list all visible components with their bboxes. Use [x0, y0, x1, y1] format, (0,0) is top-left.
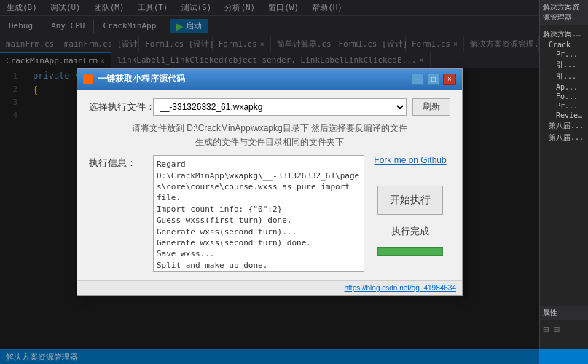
- instructions: 请将文件放到 D:\CrackMinApp\wxapkg目录下 然后选择要反编译…: [89, 122, 450, 149]
- modal-overlay: 一键获取小程序源代码 ─ □ × 选择执行文件： __-331326332_61…: [0, 0, 539, 364]
- modal-close-button[interactable]: ×: [443, 74, 456, 85]
- modal-title: 一键获取小程序源代码: [83, 73, 185, 85]
- tree-item-pr1[interactable]: Pr...: [541, 50, 587, 59]
- tree-item-crack[interactable]: Crack: [541, 40, 587, 50]
- tree-item-ap[interactable]: Ap...: [541, 82, 587, 92]
- exec-log[interactable]: [153, 155, 364, 272]
- tree-item-ref1[interactable]: 引...: [541, 59, 587, 71]
- tree-item-eighth1[interactable]: 第八届...: [541, 120, 587, 132]
- right-panel: 解决方案资源管理器 解决方案... Crack Pr... 引... 引... …: [539, 0, 588, 364]
- refresh-button[interactable]: 刷新: [412, 98, 450, 116]
- start-exec-button[interactable]: 开始执行: [377, 186, 443, 215]
- file-select[interactable]: __-331326332_61.wxapkg: [153, 98, 407, 116]
- file-label: 选择执行文件：: [89, 100, 147, 114]
- modal-body: 选择执行文件： __-331326332_61.wxapkg 刷新 请将文件放到…: [77, 90, 462, 280]
- modal-footer: https://blog.csdn.net/qq_41984634: [77, 280, 462, 295]
- properties-header: 属性: [540, 306, 588, 320]
- modal-dialog: 一键获取小程序源代码 ─ □ × 选择执行文件： __-331326332_61…: [77, 68, 463, 296]
- props-icon1: ⊞: [543, 323, 549, 335]
- tree-item-ref2[interactable]: 引...: [541, 71, 587, 82]
- instruction-line1: 请将文件放到 D:\CrackMinApp\wxapkg目录下 然后选择要反编译…: [89, 122, 450, 135]
- modal-controls: ─ □ ×: [411, 74, 456, 85]
- exec-label: 执行信息：: [89, 155, 147, 170]
- tree-item-solution[interactable]: 解决方案...: [541, 28, 587, 40]
- tree-item-pr2[interactable]: Pr...: [541, 101, 587, 111]
- modal-restore-button[interactable]: □: [427, 74, 440, 85]
- modal-title-icon: [83, 74, 93, 84]
- file-row: 选择执行文件： __-331326332_61.wxapkg 刷新: [89, 98, 450, 116]
- tree-item-review[interactable]: Revie...: [541, 111, 587, 120]
- progress-bar: [377, 247, 443, 256]
- exec-row: 执行信息： Fork me on Github 开始执行 执行完成: [89, 155, 450, 272]
- modal-titlebar[interactable]: 一键获取小程序源代码 ─ □ ×: [77, 69, 462, 90]
- exec-done-label: 执行完成: [391, 225, 429, 238]
- modal-minimize-button[interactable]: ─: [411, 74, 424, 85]
- props-icon2: ⊟: [553, 323, 559, 335]
- exec-sidebar: Fork me on Github 开始执行 执行完成: [370, 155, 450, 256]
- tree-item-eighth2[interactable]: 第八届...: [541, 132, 587, 143]
- footer-link[interactable]: https://blog.csdn.net/qq_41984634: [345, 284, 456, 292]
- fork-link[interactable]: Fork me on Github: [374, 155, 446, 165]
- solution-explorer-header: 解决方案资源管理器: [540, 0, 588, 25]
- solution-tree: 解决方案... Crack Pr... 引... 引... Ap... Fo..…: [540, 25, 588, 146]
- instruction-line2: 生成的文件与文件目录相同的文件夹下: [89, 135, 450, 149]
- tree-item-fo[interactable]: Fo...: [541, 92, 587, 101]
